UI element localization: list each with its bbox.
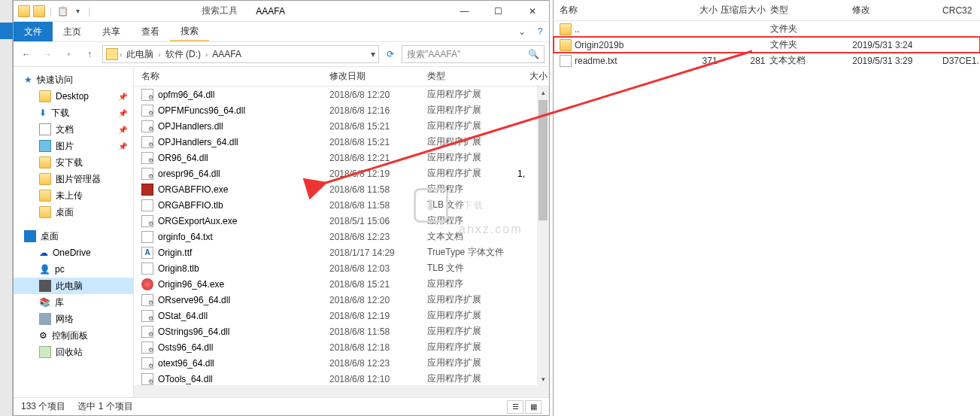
refresh-button[interactable]: ⟳: [384, 49, 397, 59]
folder-icon[interactable]: [33, 5, 45, 17]
recent-dropdown[interactable]: ▾: [60, 46, 77, 62]
archive-row[interactable]: readme.txt371281文本文档2019/5/31 3:29D37CE1…: [554, 53, 980, 68]
breadcrumb[interactable]: › 此电脑 › 软件 (D:) › AAAFA ▾: [102, 45, 379, 63]
file-row[interactable]: OPJHandlers.dll2018/6/8 15:21应用程序扩展: [134, 118, 549, 134]
tree-quick-access[interactable]: ★快速访问: [14, 71, 133, 88]
minimize-button[interactable]: —: [448, 1, 481, 22]
file-row[interactable]: OPJHandlers_64.dll2018/6/8 15:21应用程序扩展: [134, 134, 549, 150]
rcol-size[interactable]: 大小: [665, 4, 718, 17]
crumb-thispc[interactable]: 此电脑: [123, 48, 156, 61]
tree-lib[interactable]: 📚库: [14, 294, 133, 311]
maximize-button[interactable]: ☐: [481, 1, 515, 22]
titlebar[interactable]: | 📋 ▾ | 搜索工具 AAAFA — ☐ ✕: [14, 1, 549, 22]
crumb-drive[interactable]: 软件 (D:): [162, 48, 204, 61]
file-name: opfm96_64.dll: [158, 90, 329, 100]
tree-thispc[interactable]: 此电脑: [14, 278, 133, 294]
file-row[interactable]: OStat_64.dll2018/6/8 12:19应用程序扩展: [134, 308, 549, 323]
tree-desk2[interactable]: 桌面: [14, 204, 133, 220]
file-row[interactable]: OR96_64.dll2018/6/8 12:21应用程序扩展: [134, 150, 549, 165]
col-size[interactable]: 大小: [517, 70, 548, 83]
chevron-down-icon[interactable]: ▾: [71, 5, 83, 17]
scroll-up-icon: ▴: [537, 87, 549, 99]
column-headers[interactable]: 名称 修改日期 类型 大小: [134, 67, 549, 87]
cell-csize: 281: [718, 56, 770, 66]
tree-network[interactable]: 网络: [14, 311, 133, 327]
file-row[interactable]: AOrigin.ttf2018/1/17 14:29TrueType 字体文件: [134, 244, 549, 260]
scroll-thumb[interactable]: [539, 100, 548, 220]
chevron-down-icon[interactable]: ▾: [371, 49, 375, 59]
tab-search[interactable]: 搜索: [170, 22, 209, 41]
search-icon[interactable]: 🔍: [528, 49, 539, 59]
rcol-name[interactable]: 名称: [560, 4, 665, 17]
archive-row[interactable]: Origin2019b文件夹2019/5/31 3:24: [554, 37, 980, 53]
file-type: 应用程序扩展: [427, 293, 517, 306]
pin-icon: 📌: [118, 93, 127, 101]
folder-icon: [560, 23, 572, 35]
tree-unupload[interactable]: 未上传: [14, 187, 133, 204]
tree-downloads[interactable]: ⬇下载📌: [14, 105, 133, 121]
quick-access-toolbar: | 📋 ▾ |: [14, 5, 96, 17]
file-type: TLB 文件: [427, 262, 517, 275]
dll-icon: [141, 105, 153, 117]
file-row[interactable]: orginfo_64.txt2018/6/8 12:23文本文档: [134, 229, 549, 244]
back-button[interactable]: ←: [18, 46, 35, 62]
file-date: 2018/6/8 12:10: [329, 374, 427, 384]
search-input[interactable]: 搜索"AAAFA" 🔍: [402, 45, 545, 63]
file-row[interactable]: OPFMFuncs96_64.dll2018/6/8 12:16应用程序扩展: [134, 102, 549, 118]
help-icon[interactable]: ?: [531, 22, 549, 41]
folder-icon: [106, 48, 118, 60]
tree-anxz[interactable]: 安下载: [14, 154, 133, 171]
rcol-csize[interactable]: 压缩后大小: [718, 4, 770, 17]
tab-share[interactable]: 共享: [92, 22, 131, 41]
forward-button[interactable]: →: [39, 46, 56, 62]
props-icon[interactable]: 📋: [56, 5, 68, 17]
tab-home[interactable]: 主页: [53, 22, 92, 41]
tree-control[interactable]: ⚙控制面板: [14, 327, 133, 344]
rcol-crc[interactable]: CRC32: [942, 5, 980, 16]
rcol-type[interactable]: 类型: [770, 4, 853, 17]
dll-icon: [141, 215, 153, 227]
file-date: 2018/6/8 12:23: [329, 358, 427, 369]
file-rows: opfm96_64.dll2018/6/8 12:20应用程序扩展OPFMFun…: [134, 87, 549, 385]
dll-icon: [141, 310, 153, 322]
file-row[interactable]: OStrings96_64.dll2018/6/8 11:58应用程序扩展: [134, 323, 549, 339]
file-row[interactable]: opfm96_64.dll2018/6/8 12:20应用程序扩展: [134, 87, 549, 102]
file-row[interactable]: OTools_64.dll2018/6/8 12:10应用程序扩展: [134, 371, 549, 385]
tab-view[interactable]: 查看: [131, 22, 170, 41]
ribbon-collapse-icon[interactable]: ⌄: [513, 22, 531, 41]
col-type[interactable]: 类型: [427, 70, 517, 83]
archive-columns[interactable]: 名称 大小 压缩后大小 类型 修改 CRC32: [554, 0, 980, 21]
file-row[interactable]: orespr96_64.dll2018/6/8 12:19应用程序扩展1,: [134, 165, 549, 181]
tree-desktop[interactable]: Desktop📌: [14, 88, 133, 105]
rcol-mod[interactable]: 修改: [852, 4, 942, 17]
tab-file[interactable]: 文件: [14, 22, 53, 41]
tree-pc[interactable]: 👤pc: [14, 261, 133, 278]
col-date[interactable]: 修改日期: [329, 70, 427, 83]
col-name[interactable]: 名称: [141, 70, 329, 83]
dll-icon: [141, 136, 153, 148]
file-row[interactable]: ORGABFFIO.exe2018/6/8 11:58应用程序: [134, 181, 549, 197]
file-row[interactable]: Osts96_64.dll2018/6/8 12:18应用程序扩展: [134, 339, 549, 355]
view-details-button[interactable]: ☰: [507, 400, 523, 414]
crumb-folder[interactable]: AAAFA: [209, 49, 244, 59]
file-row[interactable]: Origin96_64.exe2018/6/8 15:21应用程序: [134, 276, 549, 292]
file-date: 2018/6/8 12:16: [329, 105, 427, 116]
tree-recycle[interactable]: 回收站: [14, 344, 133, 360]
file-row[interactable]: otext96_64.dll2018/6/8 12:23应用程序扩展: [134, 355, 549, 371]
tree-desktop-header[interactable]: 桌面: [14, 228, 133, 244]
file-row[interactable]: Origin8.tlb2018/6/8 12:03TLB 文件: [134, 260, 549, 276]
tree-picmgr[interactable]: 图片管理器: [14, 171, 133, 187]
scrollbar-horizontal[interactable]: [134, 385, 549, 397]
view-icons-button[interactable]: ▦: [525, 400, 542, 414]
file-row[interactable]: ORGExportAux.exe2018/5/1 15:06应用程序: [134, 213, 549, 229]
tree-pictures[interactable]: 图片📌: [14, 138, 133, 154]
up-button[interactable]: ↑: [81, 46, 98, 62]
scrollbar-vertical[interactable]: ▴ ▾: [537, 87, 549, 385]
file-type: TrueType 字体文件: [427, 246, 517, 259]
tree-documents[interactable]: 文档📌: [14, 121, 133, 138]
file-row[interactable]: ORGABFFIO.tlb2018/6/8 11:58TLB 文件: [134, 197, 549, 213]
close-button[interactable]: ✕: [515, 1, 549, 22]
tree-onedrive[interactable]: ☁OneDrive: [14, 244, 133, 261]
file-row[interactable]: ORserve96_64.dll2018/6/8 12:20应用程序扩展: [134, 292, 549, 308]
archive-row[interactable]: ..文件夹: [554, 21, 980, 37]
